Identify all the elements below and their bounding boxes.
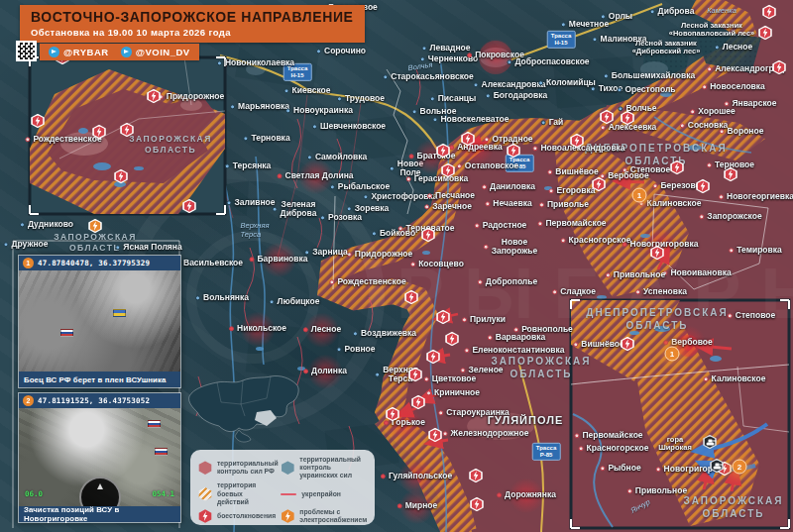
hud-left-value: 06.0 (25, 489, 43, 498)
line-fort-icon (281, 493, 296, 495)
page-subtitle: Обстановка на 19.00 10 марта 2026 года (31, 27, 354, 38)
channel-voin-dv: @VOIN_DV (121, 47, 190, 57)
legend-item-label: укрепрайон (301, 490, 341, 498)
russia-flag-icon (155, 448, 168, 456)
legend-item-label: территориальный контроль сил РФ (217, 460, 279, 476)
photo-inset-1-header: 1 47.87840478, 36.37795329 (19, 256, 180, 270)
drone-hud: 06.0 054.1 (19, 473, 180, 506)
hex-ua-icon (281, 461, 294, 475)
channel-voin-dv-label: @VOIN_DV (136, 47, 190, 57)
legend-item-label: территориальный контроль украинских сил (299, 456, 367, 479)
legend-item: боестолкновения (198, 508, 275, 524)
inset-bottomright-map (571, 300, 789, 528)
legend-item: проблемы с электроснабжением (281, 508, 367, 524)
qr-code (16, 41, 37, 61)
legend-item-label: проблемы с электроснабжением (299, 508, 367, 524)
inset-topleft-map (30, 57, 225, 214)
legend-item: территориальный контроль украинских сил (281, 456, 367, 479)
page-title: ВОСТОЧНО-ЗАПОРОЖСКОЕ НАПРАВЛЕНИЕ (31, 9, 354, 25)
marker-number-badge: 2 (23, 395, 34, 406)
hex-battle-icon (198, 487, 212, 501)
war-map: РЫБАРЬ ВОСТОЧНО-ЗАПОРОЖСКОЕ НАПРАВЛЕНИЕ … (0, 0, 793, 532)
hulyaipole-urban (467, 412, 534, 440)
coordinates-label: 47.87840478, 36.37795329 (38, 259, 150, 267)
photo-2-caption: Зачистка позиций ВСУ в Новогригоровке (19, 506, 180, 522)
pokrovske-glow (479, 41, 512, 74)
legend-item-label: боестолкновения (217, 512, 276, 520)
title-block: ВОСТОЧНО-ЗАПОРОЖСКОЕ НАПРАВЛЕНИЕ Обстано… (20, 5, 365, 43)
hex-clash-icon (198, 509, 212, 523)
legend-item: территория боевых действий (198, 481, 275, 505)
channel-rybar-label: @RYBAR (63, 47, 109, 57)
hud-right-value: 054.1 (152, 489, 174, 498)
legend-item-label: территория боевых действий (217, 481, 275, 505)
telegram-icon (49, 47, 59, 57)
photo-inset-1: 1 47.87840478, 36.37795329 Боец ВС РФ бе… (18, 255, 181, 388)
russia-flag-icon (60, 329, 73, 337)
map-legend: территориальный контроль сил РФтерритори… (190, 450, 375, 525)
channels-bar: @RYBAR @VOIN_DV (40, 44, 199, 60)
telegram-icon (121, 47, 132, 57)
photo-inset-2-header: 2 47.81191525, 36.43753052 (19, 393, 180, 408)
hex-ru-icon (198, 461, 212, 475)
photo-1 (19, 270, 180, 372)
channel-rybar: @RYBAR (49, 47, 109, 57)
ukraine-flag-icon (113, 309, 126, 317)
russia-flag-icon (148, 420, 161, 428)
hud-compass (79, 477, 121, 506)
ukraine-minimap (189, 375, 299, 442)
urban-patch (640, 61, 668, 77)
photo-2: 06.0 054.1 (19, 408, 180, 506)
photo-inset-2: 2 47.81191525, 36.43753052 06.0 054.1 За… (18, 392, 181, 523)
hex-power-icon (281, 509, 294, 523)
legend-item: укрепрайон (281, 481, 367, 505)
coordinates-label: 47.81191525, 36.43753052 (38, 396, 150, 405)
marker-number-badge: 1 (23, 258, 34, 268)
legend-item: территориальный контроль сил РФ (198, 456, 275, 479)
photo-1-caption: Боец ВС РФ берет в плен ВСУшника (19, 372, 180, 387)
